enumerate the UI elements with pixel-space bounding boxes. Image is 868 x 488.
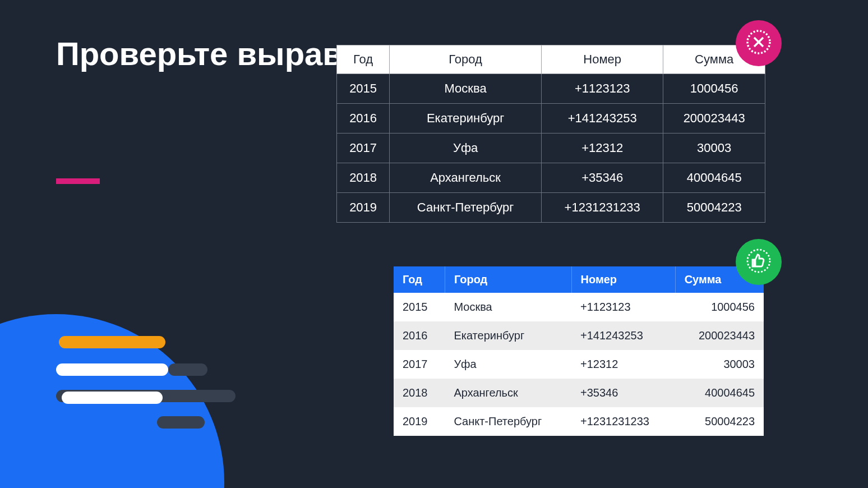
cell-number: +35346	[571, 379, 675, 407]
col-number-header: Номер	[541, 45, 663, 74]
cell-sum: 30003	[663, 133, 765, 163]
cell-number: +35346	[541, 163, 663, 193]
bad-badge	[736, 20, 782, 66]
thumbs-up-icon	[745, 247, 772, 277]
cell-city: Санкт-Петербург	[390, 193, 542, 223]
cell-year: 2019	[394, 407, 445, 436]
cell-year: 2018	[394, 379, 445, 407]
decorative-bar-grey-1	[168, 363, 207, 376]
cell-city: Екатеринбург	[445, 321, 571, 350]
cell-city: Москва	[390, 74, 542, 104]
cell-year: 2017	[394, 350, 445, 379]
decorative-bar-grey-3	[157, 416, 205, 429]
cell-city: Уфа	[445, 350, 571, 379]
table-row: 2017 Уфа +12312 30003	[394, 350, 764, 379]
cell-sum: 40004645	[663, 163, 765, 193]
cell-year: 2018	[337, 163, 390, 193]
table-row: 2018 Архангельск +35346 40004645	[337, 163, 765, 193]
table-row: 2017 Уфа +12312 30003	[337, 133, 765, 163]
decorative-bar-white-2	[62, 392, 163, 404]
cell-city: Екатеринбург	[390, 104, 542, 133]
svg-point-3	[747, 250, 770, 272]
cell-year: 2016	[337, 104, 390, 133]
cell-year: 2015	[394, 293, 445, 321]
cell-sum: 30003	[675, 350, 764, 379]
cell-year: 2015	[337, 74, 390, 104]
cell-city: Москва	[445, 293, 571, 321]
col-city-header: Город	[390, 45, 542, 74]
cell-number: +1231231233	[541, 193, 663, 223]
table-bad-example: Год Город Номер Сумма 2015 Москва +11231…	[336, 45, 765, 223]
cell-city: Санкт-Петербург	[445, 407, 571, 436]
cell-year: 2016	[394, 321, 445, 350]
cell-city: Архангельск	[445, 379, 571, 407]
table-row: 2019 Санкт-Петербург +1231231233 5000422…	[394, 407, 764, 436]
cell-sum: 40004645	[675, 379, 764, 407]
table-row: 2019 Санкт-Петербург +1231231233 5000422…	[337, 193, 765, 223]
cell-sum: 1000456	[663, 74, 765, 104]
cell-number: +141243253	[541, 104, 663, 133]
cell-number: +1123123	[541, 74, 663, 104]
cell-city: Архангельск	[390, 163, 542, 193]
col-number-header: Номер	[571, 266, 675, 293]
cell-sum: 50004223	[675, 407, 764, 436]
cell-sum: 50004223	[663, 193, 765, 223]
decorative-bar-white-1	[56, 363, 168, 376]
cell-sum: 200023443	[675, 321, 764, 350]
cell-number: +1231231233	[571, 407, 675, 436]
table-row: 2016 Екатеринбург +141243253 200023443	[337, 104, 765, 133]
table-good-example: Год Город Номер Сумма 2015 Москва +11231…	[394, 266, 764, 436]
table-header-row: Год Город Номер Сумма	[394, 266, 764, 293]
cell-number: +12312	[541, 133, 663, 163]
cell-sum: 1000456	[675, 293, 764, 321]
table-row: 2015 Москва +1123123 1000456	[394, 293, 764, 321]
title-underline	[56, 178, 100, 184]
cell-number: +1123123	[571, 293, 675, 321]
decorative-bar-orange	[59, 336, 165, 348]
cross-icon	[745, 29, 772, 58]
cell-city: Уфа	[390, 133, 542, 163]
table-row: 2015 Москва +1123123 1000456	[337, 74, 765, 104]
col-city-header: Город	[445, 266, 571, 293]
table-row: 2016 Екатеринбург +141243253 200023443	[394, 321, 764, 350]
cell-number: +141243253	[571, 321, 675, 350]
col-year-header: Год	[337, 45, 390, 74]
table-header-row: Год Город Номер Сумма	[337, 45, 765, 74]
cell-number: +12312	[571, 350, 675, 379]
cell-year: 2017	[337, 133, 390, 163]
cell-year: 2019	[337, 193, 390, 223]
table-row: 2018 Архангельск +35346 40004645	[394, 379, 764, 407]
col-year-header: Год	[394, 266, 445, 293]
good-badge	[736, 239, 782, 285]
cell-sum: 200023443	[663, 104, 765, 133]
